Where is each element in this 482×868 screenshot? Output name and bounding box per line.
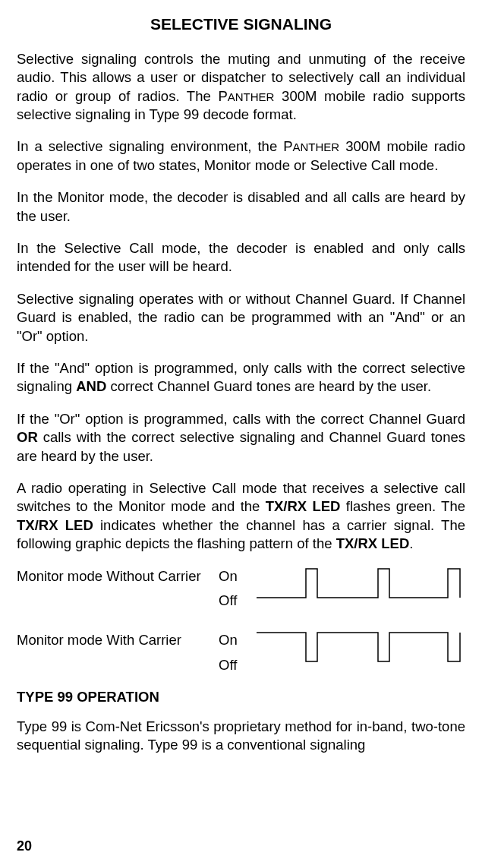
paragraph-6-text-c: correct Channel Guard tones are heard by… — [106, 378, 431, 394]
paragraph-8-text-d: . — [409, 535, 413, 551]
paragraph-6-bold: AND — [76, 378, 106, 394]
diagram-2-on-label: On — [219, 631, 257, 649]
page-number: 20 — [17, 838, 32, 856]
paragraph-7-text-c: calls with the correct selective signali… — [17, 429, 465, 463]
paragraph-8-text-b: flashes green. The — [340, 498, 465, 514]
waveform-with-carrier — [257, 631, 465, 674]
paragraph-1: Selective signaling controls the muting … — [17, 50, 465, 125]
diagram-1-label: Monitor mode Without Carrier — [17, 567, 219, 586]
brand-panther-anther: ANTHER — [228, 90, 275, 103]
paragraph-7-bold: OR — [17, 429, 38, 445]
paragraph-4: In the Selective Call mode, the decoder … — [17, 239, 465, 276]
heading-type-99-operation: TYPE 99 OPERATION — [17, 688, 465, 706]
paragraph-2: In a selective signaling environment, th… — [17, 137, 465, 175]
brand-panther-anther-2: ANTHER — [293, 140, 340, 153]
paragraph-5: Selective signaling operates with or wit… — [17, 290, 465, 346]
paragraph-8-bold-2: TX/RX LED — [17, 517, 93, 533]
paragraph-7-text-a: If the "Or" option is programmed, calls … — [17, 411, 465, 427]
diagram-1-off-label: Off — [219, 592, 257, 610]
paragraph-8-bold-3: TX/RX LED — [336, 535, 410, 551]
paragraph-3: In the Monitor mode, the decoder is disa… — [17, 188, 465, 226]
brand-panther-p: P — [218, 88, 227, 104]
brand-panther-p-2: P — [283, 138, 292, 154]
paragraph-7: If the "Or" option is programmed, calls … — [17, 410, 465, 466]
paragraph-2-text-a: In a selective signaling environment, th… — [17, 138, 283, 154]
paragraph-9: Type 99 is Com-Net Ericsson's proprietar… — [17, 718, 465, 755]
paragraph-6: If the "And" option is programmed, only … — [17, 359, 465, 396]
led-timing-diagram: Monitor mode Without Carrier On Off Moni… — [17, 567, 465, 675]
diagram-1-on-label: On — [219, 567, 257, 586]
paragraph-8: A radio operating in Selective Call mode… — [17, 479, 465, 554]
heading-selective-signaling: SELECTIVE SIGNALING — [17, 14, 465, 35]
paragraph-8-bold-1: TX/RX LED — [266, 498, 341, 514]
waveform-without-carrier — [257, 567, 465, 610]
diagram-2-off-label: Off — [219, 656, 257, 674]
diagram-2-label: Monitor mode With Carrier — [17, 631, 219, 649]
